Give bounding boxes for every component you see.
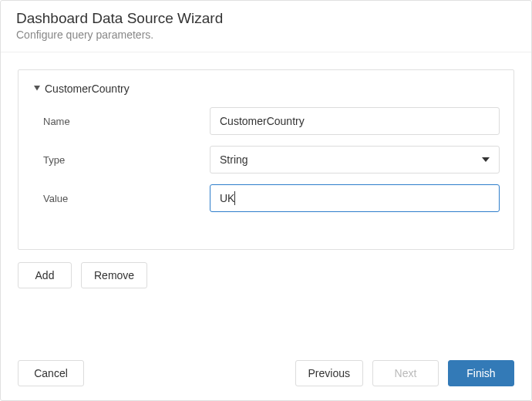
label-value: Value	[32, 193, 210, 204]
svg-marker-0	[34, 86, 40, 90]
input-name-field[interactable]	[220, 108, 490, 134]
remove-button[interactable]: Remove	[81, 262, 147, 288]
panel-button-row: Add Remove	[18, 262, 514, 288]
dialog-title: Dashboard Data Source Wizard	[16, 10, 516, 27]
next-button-label: Next	[395, 367, 417, 379]
input-name[interactable]	[210, 107, 500, 135]
previous-button-label: Previous	[308, 367, 350, 379]
previous-button[interactable]: Previous	[295, 360, 363, 386]
svg-marker-1	[482, 157, 490, 162]
label-name: Name	[32, 116, 210, 127]
label-type: Type	[32, 154, 210, 166]
select-type-value: String	[220, 153, 248, 166]
finish-button[interactable]: Finish	[448, 360, 514, 386]
next-button: Next	[372, 360, 439, 386]
row-name: Name	[32, 107, 500, 135]
cancel-button-label: Cancel	[34, 367, 68, 379]
chevron-down-icon	[482, 157, 490, 162]
add-button-label: Add	[35, 269, 55, 281]
input-value[interactable]: UK	[210, 184, 500, 212]
text-caret	[234, 191, 235, 205]
wizard-dialog: Dashboard Data Source Wizard Configure q…	[0, 0, 532, 401]
parameter-header[interactable]: CustomerCountry	[32, 83, 500, 95]
remove-button-label: Remove	[94, 269, 134, 281]
row-value: Value UK	[32, 184, 500, 212]
dialog-subtitle: Configure query parameters.	[16, 29, 516, 41]
parameter-panel: CustomerCountry Name Type String	[18, 69, 514, 250]
input-value-text: UK	[220, 192, 234, 204]
row-type: Type String	[32, 146, 500, 174]
cancel-button[interactable]: Cancel	[18, 360, 84, 386]
dialog-header: Dashboard Data Source Wizard Configure q…	[1, 1, 531, 52]
disclosure-triangle-icon	[34, 86, 40, 92]
add-button[interactable]: Add	[18, 262, 72, 288]
dialog-footer: Cancel Previous Next Finish	[1, 360, 531, 400]
select-type[interactable]: String	[210, 146, 500, 174]
dialog-content: CustomerCountry Name Type String	[1, 52, 531, 360]
parameter-title: CustomerCountry	[45, 83, 130, 95]
finish-button-label: Finish	[466, 367, 495, 379]
